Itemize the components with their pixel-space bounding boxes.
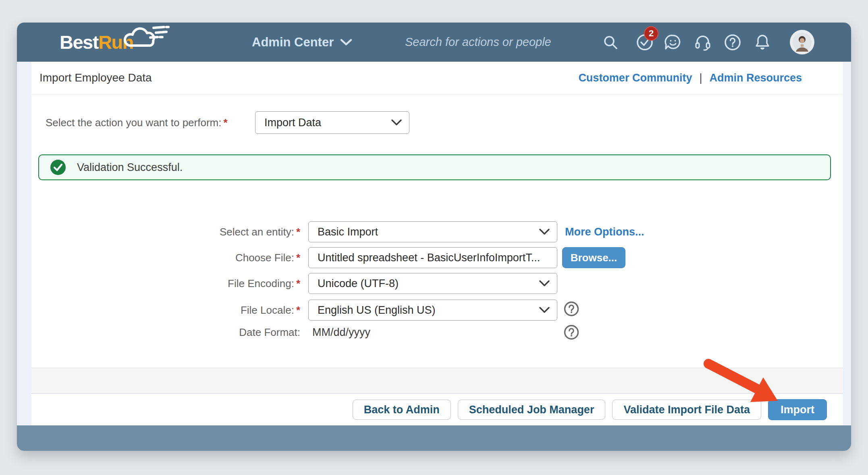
success-check-icon [50, 159, 66, 176]
validation-success-banner: Validation Successful. [38, 154, 831, 180]
support-headset-icon[interactable] [691, 23, 714, 62]
customer-community-link[interactable]: Customer Community [578, 72, 692, 84]
locale-help-icon[interactable] [563, 301, 579, 317]
link-separator: | [699, 72, 702, 84]
page-title: Import Employee Data [39, 62, 152, 94]
footer-bar [17, 425, 851, 451]
action-label: Select the action you want to perform:* [46, 111, 228, 134]
action-select-value: Import Data [264, 117, 321, 129]
locale-select[interactable]: English US (English US) [308, 300, 557, 321]
search-input[interactable]: Search for actions or people [405, 23, 578, 62]
scheduled-job-manager-button[interactable]: Scheduled Job Manager [458, 400, 606, 420]
chevron-down-icon [539, 307, 550, 313]
locale-select-value: English US (English US) [318, 304, 436, 317]
validate-import-file-data-button[interactable]: Validate Import File Data [612, 400, 761, 420]
left-margin [17, 62, 31, 425]
encoding-select[interactable]: Unicode (UTF-8) [308, 273, 557, 294]
action-button-bar: Back to Admin Scheduled Job Manager Vali… [31, 394, 843, 425]
notifications-bell-icon[interactable] [751, 23, 774, 62]
more-options-link[interactable]: More Options... [565, 221, 644, 242]
bestrun-logo: BestRun [60, 23, 170, 62]
top-links: Customer Community | Admin Resources [578, 62, 802, 94]
banner-message: Validation Successful. [77, 161, 183, 174]
feedback-icon[interactable] [662, 23, 684, 62]
import-form: Select the action you want to perform:* … [31, 94, 843, 368]
help-icon[interactable] [721, 23, 744, 62]
file-label: Choose File:* [123, 247, 300, 268]
admin-resources-link[interactable]: Admin Resources [709, 72, 802, 84]
file-input-value: Untitled spreadsheet - BasicUserInfoImpo… [318, 252, 540, 264]
search-placeholder: Search for actions or people [405, 35, 551, 49]
avatar[interactable] [790, 30, 814, 54]
todo-icon[interactable]: 2 [633, 23, 656, 62]
browse-button[interactable]: Browse... [562, 247, 625, 268]
back-to-admin-button[interactable]: Back to Admin [353, 400, 451, 420]
right-margin [843, 62, 851, 425]
required-asterisk: * [296, 226, 300, 238]
encoding-label: File Encoding:* [123, 273, 300, 294]
import-button[interactable]: Import [768, 399, 827, 420]
desktop-background: BestRun Admin Center Search for act [0, 0, 868, 475]
chevron-down-icon [340, 39, 352, 46]
entity-label: Select an entity:* [123, 221, 300, 242]
chevron-down-icon [539, 229, 550, 235]
file-input[interactable]: Untitled spreadsheet - BasicUserInfoImpo… [308, 247, 557, 268]
required-asterisk: * [296, 277, 300, 290]
chevron-down-icon [539, 280, 550, 287]
entity-select[interactable]: Basic Import [308, 221, 557, 242]
chevron-down-icon [391, 119, 402, 126]
required-asterisk: * [223, 117, 227, 129]
date-format-label: Date Format: [123, 323, 300, 342]
admin-center-menu[interactable]: Admin Center [252, 23, 352, 62]
required-asterisk: * [296, 252, 300, 264]
admin-center-label: Admin Center [252, 35, 334, 50]
date-format-help-icon[interactable] [563, 324, 579, 340]
date-format-value: MM/dd/yyyy [312, 323, 370, 342]
separator-strip [31, 368, 843, 394]
app-window: BestRun Admin Center Search for act [17, 23, 851, 451]
todo-badge: 2 [644, 26, 658, 41]
page-title-bar: Import Employee Data Customer Community … [31, 62, 843, 94]
search-icon[interactable] [599, 23, 622, 62]
required-asterisk: * [296, 304, 300, 317]
encoding-select-value: Unicode (UTF-8) [318, 277, 399, 290]
entity-select-value: Basic Import [318, 226, 378, 238]
cloud-icon [119, 23, 170, 54]
locale-label: File Locale:* [123, 300, 300, 321]
logo-text-best: Best [60, 31, 98, 53]
header-bar: BestRun Admin Center Search for act [17, 23, 851, 62]
action-select[interactable]: Import Data [255, 111, 409, 134]
